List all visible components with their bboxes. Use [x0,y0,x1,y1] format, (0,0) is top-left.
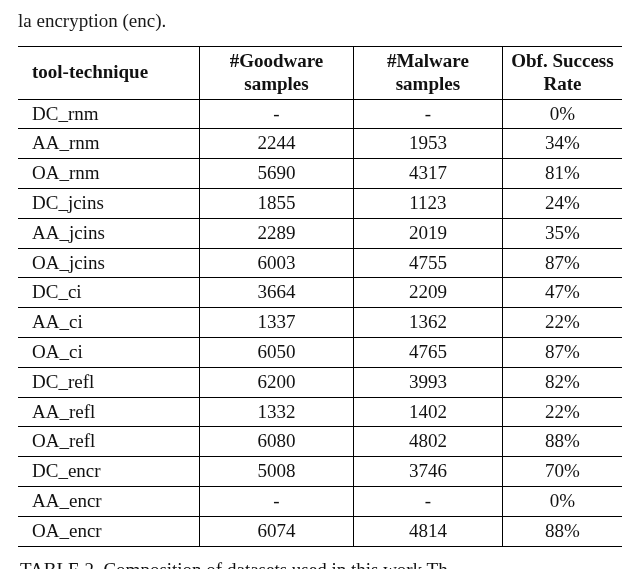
col-header-malware: #Malware samples [353,47,502,100]
cell-tool: AA_refl [18,397,200,427]
cell-obf: 34% [502,129,622,159]
cell-obf: 70% [502,457,622,487]
table-row: OA_refl 6080 4802 88% [18,427,622,457]
table-header-row: tool-technique #Goodware samples #Malwar… [18,47,622,100]
cell-malware: - [353,99,502,129]
cell-malware: 3746 [353,457,502,487]
table-row: AA_ci 1337 1362 22% [18,308,622,338]
cell-goodware: 1332 [200,397,354,427]
cell-tool: AA_encr [18,486,200,516]
cell-malware: 1953 [353,129,502,159]
cell-tool: DC_rnm [18,99,200,129]
cell-obf: 88% [502,427,622,457]
cell-malware: 2209 [353,278,502,308]
cell-tool: DC_refl [18,367,200,397]
cell-obf: 0% [502,486,622,516]
cell-malware: 4765 [353,337,502,367]
cell-goodware: 6003 [200,248,354,278]
table-row: DC_rnm - - 0% [18,99,622,129]
cell-malware: 1362 [353,308,502,338]
cell-obf: 81% [502,159,622,189]
cell-tool: DC_ci [18,278,200,308]
cell-tool: AA_jcins [18,218,200,248]
table-row: OA_rnm 5690 4317 81% [18,159,622,189]
cell-malware: 4814 [353,516,502,546]
table-row: AA_refl 1332 1402 22% [18,397,622,427]
cell-tool: AA_rnm [18,129,200,159]
cell-obf: 82% [502,367,622,397]
cell-tool: OA_refl [18,427,200,457]
col-header-tool-technique: tool-technique [18,47,200,100]
cell-malware: 2019 [353,218,502,248]
cell-tool: OA_encr [18,516,200,546]
table-row: DC_refl 6200 3993 82% [18,367,622,397]
cell-goodware: 6080 [200,427,354,457]
table-row: DC_jcins 1855 1123 24% [18,188,622,218]
cell-malware: 1123 [353,188,502,218]
table-row: AA_encr - - 0% [18,486,622,516]
cell-malware: 3993 [353,367,502,397]
cell-obf: 35% [502,218,622,248]
cell-obf: 87% [502,337,622,367]
cell-obf: 24% [502,188,622,218]
cell-tool: AA_ci [18,308,200,338]
cell-tool: OA_jcins [18,248,200,278]
cell-goodware: 6200 [200,367,354,397]
cell-malware: 4317 [353,159,502,189]
table-row: DC_ci 3664 2209 47% [18,278,622,308]
cell-malware: - [353,486,502,516]
cell-tool: DC_encr [18,457,200,487]
cell-goodware: 6074 [200,516,354,546]
cell-malware: 1402 [353,397,502,427]
table-row: OA_jcins 6003 4755 87% [18,248,622,278]
col-header-goodware: #Goodware samples [200,47,354,100]
table-row: OA_encr 6074 4814 88% [18,516,622,546]
cell-obf: 22% [502,397,622,427]
cell-malware: 4802 [353,427,502,457]
cell-tool: DC_jcins [18,188,200,218]
datasets-table: tool-technique #Goodware samples #Malwar… [18,46,622,547]
cell-goodware: 5008 [200,457,354,487]
cell-goodware: - [200,99,354,129]
cell-goodware: 1855 [200,188,354,218]
cell-goodware: - [200,486,354,516]
table-caption: TABLE 2. Composition of datasets used in… [20,559,626,569]
table-row: AA_jcins 2289 2019 35% [18,218,622,248]
cell-goodware: 3664 [200,278,354,308]
table-row: DC_encr 5008 3746 70% [18,457,622,487]
table-row: AA_rnm 2244 1953 34% [18,129,622,159]
table-row: OA_ci 6050 4765 87% [18,337,622,367]
cell-goodware: 2244 [200,129,354,159]
cell-tool: OA_ci [18,337,200,367]
cell-tool: OA_rnm [18,159,200,189]
cell-goodware: 6050 [200,337,354,367]
preceding-text-fragment: la encryption (enc). [18,10,626,32]
cell-obf: 87% [502,248,622,278]
cell-goodware: 5690 [200,159,354,189]
cell-obf: 88% [502,516,622,546]
cell-obf: 0% [502,99,622,129]
col-header-obf-rate: Obf. Success Rate [502,47,622,100]
cell-malware: 4755 [353,248,502,278]
cell-goodware: 1337 [200,308,354,338]
cell-obf: 47% [502,278,622,308]
cell-goodware: 2289 [200,218,354,248]
cell-obf: 22% [502,308,622,338]
